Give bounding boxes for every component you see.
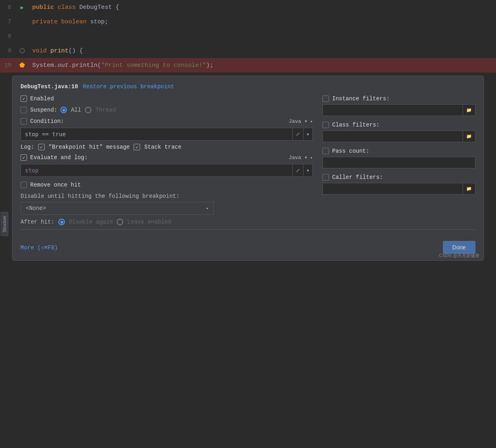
breakpoint-icon[interactable]: ⬟ [19, 61, 25, 69]
caller-filters-row: Caller filters: [322, 174, 475, 180]
breakpoint-hit-checkbox[interactable] [38, 144, 45, 150]
pass-count-checkbox[interactable] [322, 148, 329, 154]
code-token: "Print something to console!" [101, 62, 206, 69]
evaluate-row: Evaluate and log: Java ▾ [21, 154, 313, 161]
line-content-9: void print() { [28, 48, 496, 54]
line-content-10: System.out.println("Print something to c… [28, 62, 496, 69]
condition-expand-button[interactable]: ⤢ [292, 128, 303, 140]
caller-filters-browse-button[interactable]: 📁 [463, 183, 475, 194]
code-line-9: 9 ⬡ void print() { [0, 44, 496, 58]
enabled-row: Enabled [21, 95, 313, 102]
dropdown-arrow-icon: ▾ [206, 206, 209, 211]
line-gutter-9: ⬡ [16, 47, 28, 55]
evaluate-dropdown-button[interactable]: ▾ [303, 164, 312, 176]
code-token: void [32, 48, 47, 54]
class-filters-label: Class filters: [332, 122, 380, 128]
radio-leave-enabled[interactable] [117, 219, 123, 225]
instance-filters-input-wrapper: 📁 [322, 104, 475, 116]
instance-filters-checkbox[interactable] [322, 95, 329, 102]
suspend-row: Suspend: All Thread [21, 107, 313, 113]
caller-filters-checkbox[interactable] [322, 174, 329, 180]
class-filters-input-wrapper: 📁 [322, 131, 475, 142]
line-content-6: public class DebugTest { [28, 4, 496, 11]
code-token: System. [32, 62, 58, 69]
instance-filters-browse-button[interactable]: 📁 [463, 105, 475, 116]
class-filters-browse-button[interactable]: 📁 [463, 131, 475, 142]
evaluate-java-badge[interactable]: Java ▾ [289, 154, 313, 161]
code-line-6: 6 ▶ public class DebugTest { [0, 0, 496, 15]
radio-leave-enabled-label: Leave enabled [127, 219, 171, 225]
condition-dropdown-button[interactable]: ▾ [303, 128, 312, 140]
bookmark-icon: ⬡ [19, 47, 25, 55]
code-token: boolean [61, 19, 87, 25]
evaluate-checkbox[interactable] [21, 154, 27, 161]
play-icon: ▶ [21, 4, 24, 11]
radio-thread[interactable] [85, 107, 91, 113]
done-button[interactable]: Done [443, 241, 475, 254]
stack-trace-checkbox[interactable] [134, 144, 140, 150]
code-line-7: 7 private boolean stop; [0, 15, 496, 29]
class-filters-input[interactable] [323, 131, 463, 142]
breakpoint-hit-label: "Breakpoint hit" message [49, 144, 130, 150]
code-token: public [32, 4, 58, 11]
code-token: print [50, 48, 68, 54]
caller-filters-input-wrapper: 📁 [322, 183, 475, 195]
code-token: DebugTest { [79, 4, 119, 11]
bottom-divider [21, 229, 475, 230]
code-token: ); [206, 62, 213, 69]
code-token: private [32, 19, 61, 25]
radio-disable-again[interactable] [58, 219, 65, 225]
breakpoint-popup: DebugTest.java:10 Restore previous break… [12, 76, 484, 261]
radio-all[interactable] [60, 107, 67, 113]
watermark: CSDN @充充爱健身 [439, 253, 479, 259]
evaluate-expand-button[interactable]: ⤢ [292, 164, 303, 176]
suspend-checkbox[interactable] [21, 107, 27, 113]
enabled-checkbox[interactable] [21, 95, 27, 102]
restore-breakpoint-link[interactable]: Restore previous breakpoint [83, 83, 174, 90]
evaluate-input[interactable] [21, 164, 292, 176]
instance-filters-row: Instance filters: [322, 95, 475, 102]
class-filters-checkbox[interactable] [322, 122, 329, 128]
condition-checkbox[interactable] [21, 118, 27, 124]
remove-once-checkbox[interactable] [21, 182, 27, 188]
after-hit-label: After hit: [21, 219, 54, 225]
condition-row: Condition: Java ▾ [21, 118, 313, 124]
instance-filters-label: Instance filters: [332, 95, 390, 102]
code-line-10: 10 ⬟ System.out.println("Print something… [0, 58, 496, 73]
radio-thread-label: Thread [95, 107, 116, 113]
line-number-7: 7 [0, 19, 16, 25]
bottom-bar: More (⇧⌘F8) Done [21, 236, 475, 254]
more-link[interactable]: More (⇧⌘F8) [21, 244, 58, 251]
instance-filters-input[interactable] [323, 105, 463, 116]
code-token: () { [68, 48, 83, 54]
code-token: class [58, 4, 79, 11]
line-number-6: 6 [0, 4, 16, 10]
disable-dropdown[interactable]: <None> ▾ [21, 202, 214, 215]
caller-filters-input[interactable] [323, 183, 463, 194]
code-line-8: 8 [0, 29, 496, 44]
line-number-10: 10 [0, 62, 16, 68]
log-label: Log: [21, 144, 34, 150]
code-token [47, 48, 50, 54]
line-content-7: private boolean stop; [28, 19, 496, 25]
structure-tab[interactable]: Structure [1, 212, 8, 236]
remove-once-row: Remove once hit [21, 182, 313, 188]
popup-title: DebugTest.java:10 [21, 83, 78, 90]
pass-count-input[interactable] [323, 157, 475, 168]
condition-input-wrapper: ⤢ ▾ [21, 128, 313, 141]
condition-java-badge[interactable]: Java ▾ [289, 118, 313, 124]
disable-none-label: <None> [26, 205, 46, 212]
caller-filters-label: Caller filters: [332, 174, 383, 180]
class-filters-row: Class filters: [322, 122, 475, 128]
disable-row: Disable until hitting the following brea… [21, 193, 313, 215]
code-token: out [58, 62, 68, 69]
condition-input[interactable] [21, 128, 292, 140]
condition-header-row: Condition: Java ▾ ⤢ ▾ [21, 118, 313, 141]
line-gutter-6: ▶ [16, 4, 28, 11]
code-token: .println( [68, 62, 101, 69]
evaluate-label: Evaluate and log: [30, 154, 88, 161]
after-hit-row: After hit: Disable again Leave enabled [21, 219, 313, 225]
radio-disable-again-label: Disable again [69, 219, 113, 225]
suspend-radio-group: All Thread [60, 107, 116, 113]
condition-label: Condition: [30, 118, 64, 124]
